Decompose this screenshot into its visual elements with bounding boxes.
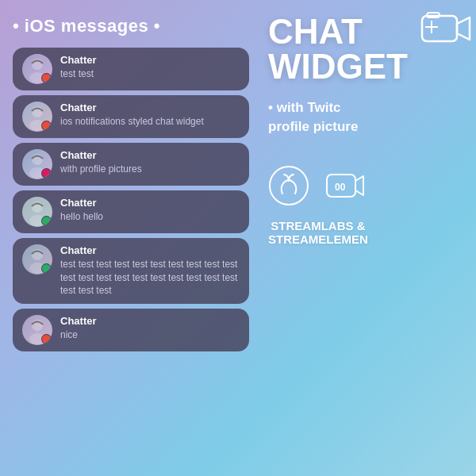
streamelements-icon: 00 (324, 165, 365, 209)
chatter-name: Chatter (60, 149, 240, 163)
svg-point-17 (287, 178, 290, 182)
message-content: Chatter with profile pictures (60, 149, 240, 176)
message-text: nice (60, 328, 240, 342)
badge (41, 263, 52, 274)
avatar (22, 54, 52, 84)
chatter-name: Chatter (60, 244, 240, 258)
chat-message: Chatter test test (13, 48, 249, 90)
avatar (22, 102, 52, 132)
svg-point-16 (270, 167, 308, 205)
right-panel: CHAT WIDGET • with Twitc profile picture (262, 0, 476, 476)
badge (41, 121, 52, 131)
badge (41, 168, 52, 178)
avatar (22, 315, 52, 345)
avatar (22, 244, 52, 274)
message-text: with profile pictures (60, 163, 240, 176)
message-content: Chatter nice (60, 315, 240, 342)
left-panel: • iOS messages • Chatter test test (0, 0, 262, 476)
message-text: test test test test test test test test … (60, 258, 240, 298)
streamlabs-label: STREAMLABS & STREAMELEMEN (268, 219, 368, 246)
avatar (22, 149, 52, 179)
message-text: test test (60, 67, 240, 81)
chat-message: Chatter with profile pictures (13, 143, 249, 186)
chat-message: Chatter ios notifications styled chat wi… (13, 95, 249, 138)
message-content: Chatter test test (60, 54, 240, 81)
message-text: hello hello (60, 210, 240, 224)
chatter-name: Chatter (60, 197, 240, 210)
section-title: • iOS messages • (13, 16, 249, 36)
streamlabs-icon (268, 165, 309, 209)
chat-message: Chatter nice (13, 309, 249, 351)
main-title: CHAT WIDGET (268, 14, 408, 84)
chat-message: Chatter hello hello (13, 190, 249, 233)
camera-icon (420, 10, 468, 41)
avatar (22, 197, 52, 227)
svg-text:00: 00 (335, 182, 346, 193)
chat-messages-list: Chatter test test Chatter ios notificati… (13, 48, 249, 351)
chatter-name: Chatter (60, 315, 240, 328)
message-content: Chatter ios notifications styled chat wi… (60, 102, 240, 129)
badge (41, 216, 52, 226)
message-content: Chatter hello hello (60, 197, 240, 224)
brand-icons-row: 00 (268, 165, 365, 209)
chatter-name: Chatter (60, 102, 240, 115)
subtitle-text: • with Twitc profile picture (268, 98, 358, 136)
message-text: ios notifications styled chat widget (60, 115, 240, 129)
badge (41, 73, 52, 83)
svg-rect-12 (422, 16, 457, 41)
app-container: • iOS messages • Chatter test test (0, 0, 476, 476)
chatter-name: Chatter (60, 54, 240, 67)
message-content: Chatter test test test test test test te… (60, 244, 240, 298)
chat-message: Chatter test test test test test test te… (13, 238, 249, 304)
badge (41, 334, 52, 344)
